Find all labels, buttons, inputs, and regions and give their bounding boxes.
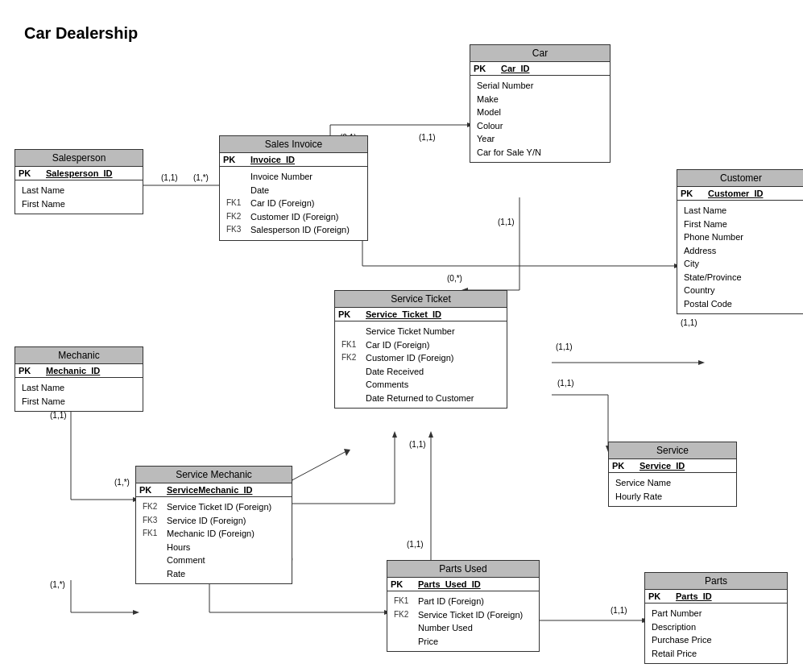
list-item: FK3Salesperson ID (Foreign) — [226, 223, 361, 237]
diagram-title: Car Dealership — [24, 24, 138, 43]
entity-customer: Customer PK Customer_ID Last Name First … — [677, 169, 803, 314]
list-item: Service Ticket Number — [341, 325, 500, 338]
card-invoice-car-2: (1,1) — [419, 133, 436, 142]
entity-sales-invoice-body: Invoice Number Date FK1Car ID (Foreign) … — [220, 167, 367, 240]
list-item: Service Name — [615, 476, 730, 490]
list-item: FK1Part ID (Foreign) — [394, 595, 532, 608]
list-item: Colour — [477, 119, 603, 133]
customer-pk-label: PK — [681, 189, 703, 198]
svg-marker-26 — [392, 431, 397, 438]
list-item: FK2Customer ID (Foreign) — [341, 351, 500, 365]
entity-parts-used-pk: PK Parts_Used_ID — [387, 578, 539, 591]
sales-invoice-pk-label: PK — [223, 155, 246, 164]
list-item: Retail Price — [652, 647, 780, 661]
list-item: Postal Code — [684, 297, 798, 311]
service-ticket-pk-field: Service_Ticket_ID — [366, 309, 441, 319]
list-item: FK3Service ID (Foreign) — [143, 514, 285, 528]
entity-customer-body: Last Name First Name Phone Number Addres… — [677, 201, 803, 313]
entity-service-body: Service Name Hourly Rate — [609, 473, 736, 506]
car-pk-field: Car_ID — [501, 64, 529, 73]
entity-service-header: Service — [609, 442, 736, 459]
list-item: Purchase Price — [652, 633, 780, 647]
entity-parts-used-body: FK1Part ID (Foreign) FK2Service Ticket I… — [387, 591, 539, 651]
list-item: First Name — [684, 218, 798, 231]
entity-parts-used-header: Parts Used — [387, 561, 539, 578]
entity-car-header: Car — [470, 45, 610, 62]
card-sm-st-2: (1,1) — [409, 440, 426, 449]
list-item: Phone Number — [684, 230, 798, 244]
card-car-st-2: (0,*) — [447, 274, 462, 283]
svg-marker-35 — [428, 431, 433, 438]
list-item: Hourly Rate — [615, 490, 730, 504]
entity-salesperson-pk: PK Salesperson_ID — [15, 167, 143, 180]
parts-used-pk-field: Parts_Used_ID — [418, 579, 481, 589]
service-mechanic-pk-label: PK — [139, 485, 162, 495]
diagram-container: Car Dealership — [0, 0, 803, 672]
entity-mechanic: Mechanic PK Mechanic_ID Last Name First … — [14, 346, 143, 412]
list-item: FK1Car ID (Foreign) — [341, 338, 500, 352]
card-st-customer-2: (1,1) — [681, 318, 697, 327]
card-car-st-1: (1,1) — [498, 218, 515, 226]
salesperson-pk-label: PK — [19, 168, 41, 178]
card-mech-sm-1: (1,1) — [50, 411, 67, 420]
entity-mechanic-header: Mechanic — [15, 347, 143, 364]
entity-parts-used: Parts Used PK Parts_Used_ID FK1Part ID (… — [387, 560, 540, 652]
entity-mechanic-body: Last Name First Name — [15, 378, 143, 411]
entity-service-mechanic-body: FK2Service Ticket ID (Foreign) FK3Servic… — [136, 497, 292, 583]
card-mech-sm-2: (1,*) — [114, 478, 130, 487]
list-item: Last Name — [22, 184, 136, 197]
list-item: Price — [394, 635, 532, 649]
list-item: Description — [652, 620, 780, 634]
list-item: Year — [477, 132, 603, 146]
entity-customer-header: Customer — [677, 170, 803, 187]
entity-salesperson: Salesperson PK Salesperson_ID Last Name … — [14, 149, 143, 214]
svg-marker-38 — [133, 610, 139, 615]
entity-salesperson-body: Last Name First Name — [15, 180, 143, 214]
svg-marker-23 — [344, 449, 350, 456]
card-salesperson-invoice-2: (1,*) — [193, 173, 209, 182]
list-item: Last Name — [22, 381, 136, 395]
entity-parts: Parts PK Parts_ID Part Number Descriptio… — [644, 572, 788, 664]
list-item: Date Received — [341, 365, 500, 379]
entity-customer-pk: PK Customer_ID — [677, 187, 803, 201]
entity-sales-invoice: Sales Invoice PK Invoice_ID Invoice Numb… — [219, 135, 368, 241]
list-item: First Name — [22, 395, 136, 409]
parts-used-pk-label: PK — [391, 579, 413, 589]
card-pu-st-1: (1,1) — [407, 540, 424, 549]
service-mechanic-pk-field: ServiceMechanic_ID — [167, 485, 252, 495]
list-item: Model — [477, 106, 603, 119]
parts-pk-label: PK — [648, 591, 671, 601]
list-item: Invoice Number — [226, 170, 361, 184]
svg-marker-15 — [698, 360, 705, 365]
card-st-service-1: (1,1) — [557, 379, 574, 388]
entity-car: Car PK Car_ID Serial Number Make Model C… — [470, 44, 611, 163]
list-item: Number Used — [394, 621, 532, 635]
entity-sales-invoice-header: Sales Invoice — [220, 136, 367, 153]
list-item: First Name — [22, 197, 136, 211]
entity-service-ticket-header: Service Ticket — [335, 291, 507, 308]
entity-car-pk: PK Car_ID — [470, 62, 610, 76]
list-item: Serial Number — [477, 79, 603, 93]
entity-parts-header: Parts — [645, 573, 787, 590]
list-item: Last Name — [684, 204, 798, 218]
list-item: Date — [226, 184, 361, 197]
list-item: FK2Service Ticket ID (Foreign) — [143, 500, 285, 514]
card-salesperson-invoice-1: (1,1) — [161, 173, 178, 182]
list-item: FK2Service Ticket ID (Foreign) — [394, 608, 532, 622]
list-item: City — [684, 257, 798, 271]
parts-pk-field: Parts_ID — [676, 591, 712, 601]
list-item: Rate — [143, 567, 285, 581]
list-item: Hours — [143, 541, 285, 554]
service-pk-field: Service_ID — [640, 461, 685, 471]
list-item: State/Province — [684, 271, 798, 284]
list-item: FK1Car ID (Foreign) — [226, 197, 361, 210]
salesperson-pk-field: Salesperson_ID — [46, 168, 113, 178]
entity-parts-pk: PK Parts_ID — [645, 590, 787, 604]
entity-service-ticket: Service Ticket PK Service_Ticket_ID Serv… — [334, 290, 507, 409]
entity-car-body: Serial Number Make Model Colour Year Car… — [470, 76, 610, 162]
entity-service-ticket-pk: PK Service_Ticket_ID — [335, 308, 507, 321]
entity-sales-invoice-pk: PK Invoice_ID — [220, 153, 367, 167]
mechanic-pk-label: PK — [19, 366, 41, 375]
entity-salesperson-header: Salesperson — [15, 150, 143, 167]
entity-service-mechanic-header: Service Mechanic — [136, 467, 292, 483]
